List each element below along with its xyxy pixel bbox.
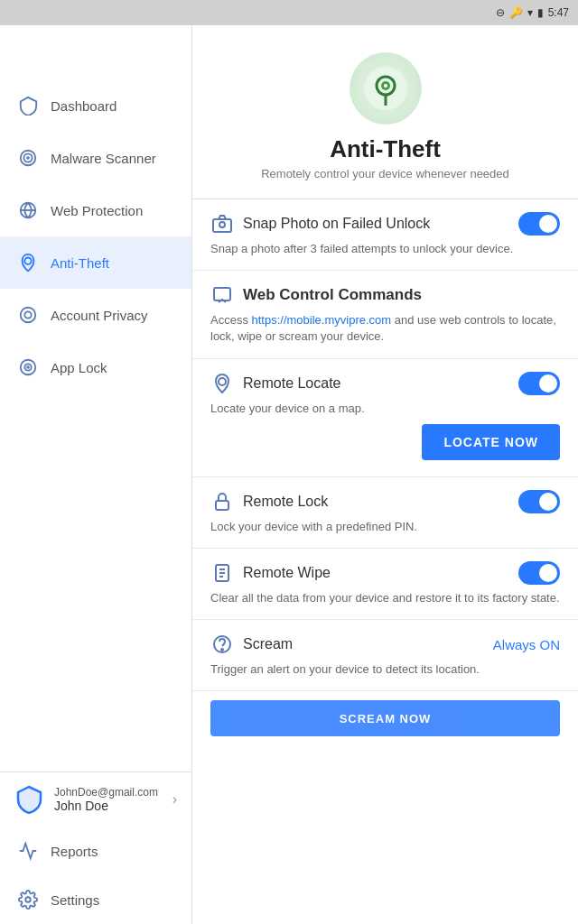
main-content: Anti-Theft Remotely control your device … xyxy=(192,25,578,924)
antitheft-icon xyxy=(18,253,38,273)
remote-locate-title: Remote Locate xyxy=(243,375,341,392)
svg-rect-20 xyxy=(216,501,228,510)
remote-lock-section: Remote Lock Lock your device with a pred… xyxy=(192,477,578,549)
key-icon: 🔑 xyxy=(509,6,523,19)
status-bar: ⊖ 🔑 ▾ ▮ 5:47 xyxy=(0,0,578,25)
sidebar-item-account-privacy[interactable]: Account Privacy xyxy=(0,289,191,341)
snap-photo-section: Snap Photo on Failed Unlock Snap a photo… xyxy=(192,199,578,271)
padlock-icon xyxy=(210,490,234,513)
svg-point-10 xyxy=(27,366,29,368)
web-control-title: Web Control Commands xyxy=(243,286,422,304)
time: 5:47 xyxy=(548,6,569,19)
remote-wipe-title: Remote Wipe xyxy=(243,565,331,581)
webcontrol-icon xyxy=(210,283,234,307)
camera-icon xyxy=(210,212,234,236)
remote-wipe-section: Remote Wipe Clear all the data from your… xyxy=(192,549,578,620)
sidebar-item-label: Malware Scanner xyxy=(51,151,156,166)
scream-section: Scream Always ON Trigger an alert on you… xyxy=(192,620,578,691)
sidebar-item-label: Account Privacy xyxy=(51,308,148,323)
feature-icon xyxy=(350,52,422,125)
locate-now-button[interactable]: LOCATE NOW xyxy=(422,424,560,460)
remote-wipe-toggle[interactable] xyxy=(518,561,560,585)
sidebar-item-label: Anti-Theft xyxy=(51,255,109,271)
sidebar: Dashboard Malware Scanner Web Protection xyxy=(0,25,192,924)
svg-point-5 xyxy=(24,258,31,264)
svg-point-7 xyxy=(24,311,31,318)
wipe-icon xyxy=(210,561,234,585)
sidebar-item-web-protection[interactable]: Web Protection xyxy=(0,184,191,236)
sidebar-item-settings[interactable]: Settings xyxy=(0,875,191,924)
snap-photo-desc: Snap a photo after 3 failed attempts to … xyxy=(210,241,560,257)
sidebar-item-anti-theft[interactable]: Anti-Theft xyxy=(0,236,191,289)
locate-icon xyxy=(210,372,234,395)
scream-title: Scream xyxy=(243,636,293,652)
feature-title: Anti-Theft xyxy=(330,135,441,163)
snap-photo-title: Snap Photo on Failed Unlock xyxy=(243,216,430,232)
shield-icon xyxy=(18,96,38,116)
user-name: John Doe xyxy=(54,799,162,813)
reports-label: Reports xyxy=(51,844,98,859)
web-control-desc: Access https://mobile.myvipre.com and us… xyxy=(210,312,560,345)
sidebar-item-malware-scanner[interactable]: Malware Scanner xyxy=(0,132,191,184)
remote-locate-desc: Locate your device on a map. xyxy=(210,401,560,417)
svg-point-15 xyxy=(384,84,387,88)
remote-locate-section: Remote Locate Locate your device on a ma… xyxy=(192,359,578,477)
svg-point-11 xyxy=(25,897,31,902)
malware-icon xyxy=(18,148,38,168)
wifi-icon: ▾ xyxy=(527,6,533,19)
user-avatar xyxy=(14,785,43,814)
sidebar-item-label: App Lock xyxy=(51,360,107,375)
svg-point-26 xyxy=(221,649,223,651)
battery-icon: ▮ xyxy=(537,6,544,19)
privacy-icon xyxy=(18,305,38,325)
remote-lock-toggle[interactable] xyxy=(518,490,560,513)
web-control-section: Web Control Commands Access https://mobi… xyxy=(192,271,578,358)
sidebar-item-reports[interactable]: Reports xyxy=(0,827,191,875)
user-section[interactable]: JohnDoe@gmail.com John Doe › xyxy=(0,772,191,827)
reports-icon xyxy=(18,841,38,861)
applock-icon xyxy=(18,357,38,377)
remote-lock-desc: Lock your device with a predefined PIN. xyxy=(210,519,560,535)
svg-point-6 xyxy=(21,308,36,323)
feature-subtitle: Remotely control your device whenever ne… xyxy=(261,167,509,180)
svg-point-2 xyxy=(27,157,29,159)
remote-wipe-desc: Clear all the data from your device and … xyxy=(210,590,560,606)
svg-point-17 xyxy=(219,222,225,227)
user-info: JohnDoe@gmail.com John Doe xyxy=(54,786,162,813)
user-email: JohnDoe@gmail.com xyxy=(54,786,162,799)
scream-always-on: Always ON xyxy=(493,637,560,652)
sidebar-item-dashboard[interactable]: Dashboard xyxy=(0,79,191,132)
web-control-link[interactable]: https://mobile.myvipre.com xyxy=(252,313,392,327)
sidebar-item-label: Dashboard xyxy=(51,98,117,114)
scream-icon xyxy=(210,633,234,656)
feature-header: Anti-Theft Remotely control your device … xyxy=(192,25,578,199)
snap-photo-toggle[interactable] xyxy=(518,212,560,236)
sidebar-item-label: Web Protection xyxy=(51,203,143,218)
svg-point-19 xyxy=(219,378,226,385)
chevron-right-icon: › xyxy=(172,791,177,808)
remote-locate-toggle[interactable] xyxy=(518,372,560,395)
settings-label: Settings xyxy=(51,892,99,908)
minus-icon: ⊖ xyxy=(496,6,505,19)
scream-desc: Trigger an alert on your device to detec… xyxy=(210,661,560,678)
settings-icon xyxy=(18,890,38,910)
web-icon xyxy=(18,200,38,220)
sidebar-item-app-lock[interactable]: App Lock xyxy=(0,341,191,393)
remote-lock-title: Remote Lock xyxy=(243,494,328,510)
